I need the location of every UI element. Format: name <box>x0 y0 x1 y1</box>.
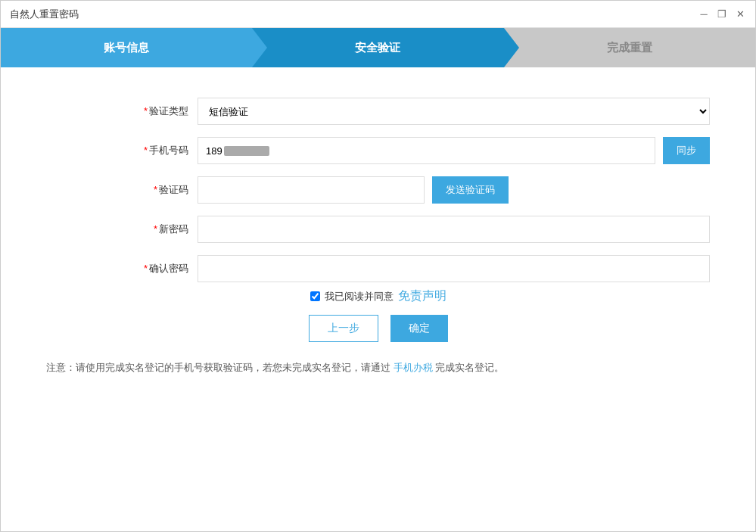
action-row: 上一步 确定 <box>46 315 710 342</box>
notice-text-before: 注意：请使用完成实名登记的手机号获取验证码，若您未完成实名登记，请通过 <box>46 362 390 373</box>
step-account-info: 账号信息 <box>1 28 252 67</box>
new-password-input[interactable] <box>198 216 710 243</box>
verification-type-label: *验证类型 <box>46 104 198 118</box>
confirm-password-row: *确认密码 <box>46 255 710 282</box>
step-complete-reset: 完成重置 <box>504 28 755 67</box>
verify-code-input[interactable] <box>198 176 425 204</box>
phone-blurred <box>224 146 269 156</box>
phone-prefix: 189 <box>206 145 222 157</box>
verification-type-row: *验证类型 短信验证 <box>46 98 710 125</box>
agreement-link[interactable]: 免责声明 <box>398 288 446 304</box>
new-password-row: *新密码 <box>46 216 710 243</box>
confirm-button[interactable]: 确定 <box>390 315 448 342</box>
step-account-info-label: 账号信息 <box>104 41 149 55</box>
phone-input[interactable]: 189 <box>198 137 655 164</box>
confirm-password-label: *确认密码 <box>46 262 198 275</box>
window: 自然人重置密码 ─ ❐ ✕ 账号信息 安全验证 完成重置 *验证类型 短信 <box>0 0 756 532</box>
notice: 注意：请使用完成实名登记的手机号获取验证码，若您未完成实名登记，请通过 手机办税… <box>46 360 710 376</box>
minimize-button[interactable]: ─ <box>698 8 710 20</box>
title-bar: 自然人重置密码 ─ ❐ ✕ <box>1 1 755 28</box>
agreement-text: 我已阅读并同意 <box>325 290 394 303</box>
required-star-5: * <box>144 263 148 274</box>
notice-text-after: 完成实名登记。 <box>435 362 504 373</box>
send-code-button[interactable]: 发送验证码 <box>432 176 509 204</box>
verification-type-select[interactable]: 短信验证 <box>198 98 710 125</box>
phone-label: *手机号码 <box>46 144 198 157</box>
steps-bar: 账号信息 安全验证 完成重置 <box>1 28 755 67</box>
window-title: 自然人重置密码 <box>10 8 79 21</box>
agreement-checkbox[interactable] <box>310 291 320 301</box>
main-content: *验证类型 短信验证 *手机号码 189 同步 <box>1 67 755 531</box>
close-button[interactable]: ✕ <box>734 8 746 20</box>
window-controls: ─ ❐ ✕ <box>698 8 746 20</box>
verify-code-label: *验证码 <box>46 183 198 197</box>
required-star-1: * <box>144 105 148 117</box>
form-section: *验证类型 短信验证 *手机号码 189 同步 <box>46 98 710 282</box>
phone-row: *手机号码 189 同步 <box>46 137 710 164</box>
notice-link[interactable]: 手机办税 <box>394 362 433 373</box>
step-security-verification-label: 安全验证 <box>355 41 400 55</box>
phone-input-group: 189 同步 <box>198 137 710 164</box>
required-star-4: * <box>154 223 157 235</box>
step-complete-reset-label: 完成重置 <box>607 41 652 55</box>
new-password-label: *新密码 <box>46 222 198 236</box>
confirm-password-input[interactable] <box>198 255 710 282</box>
prev-button[interactable]: 上一步 <box>309 315 378 342</box>
verify-code-input-group: 发送验证码 <box>198 176 710 204</box>
agreement-row: 我已阅读并同意 免责声明 <box>46 288 710 304</box>
restore-button[interactable]: ❐ <box>716 8 728 20</box>
step-security-verification: 安全验证 <box>252 28 503 67</box>
required-star-2: * <box>144 145 148 156</box>
verify-code-row: *验证码 发送验证码 <box>46 176 710 204</box>
required-star-3: * <box>154 184 157 195</box>
sync-button[interactable]: 同步 <box>663 137 710 164</box>
